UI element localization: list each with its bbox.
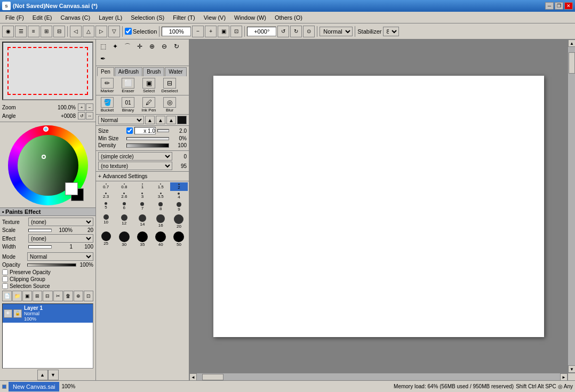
blend-mode-dropdown[interactable]: Normal <box>320 27 353 36</box>
brush-0.8[interactable]: 0.8 <box>115 182 133 191</box>
brush-1.5[interactable]: 1.5 <box>152 182 170 191</box>
texture-select[interactable]: (none) <box>28 218 93 226</box>
h-scroll-track[interactable] <box>197 373 560 380</box>
preserve-opacity-checkbox[interactable] <box>2 269 8 275</box>
menu-layer[interactable]: Layer (L) <box>94 13 126 22</box>
effect-select[interactable]: (none) <box>28 234 93 243</box>
h-scrollbar[interactable]: ◄ ► <box>189 373 568 380</box>
layer-clipping[interactable]: ✂ <box>53 291 63 301</box>
zoom-plus[interactable]: + <box>78 103 85 111</box>
size-slider[interactable] <box>157 129 169 132</box>
toolbar-btn-4[interactable]: ⊞ <box>41 26 52 37</box>
brush-20[interactable]: 20 <box>170 213 188 230</box>
brush-3.5[interactable]: 3.5 <box>152 191 170 201</box>
title-buttons[interactable]: ─ ❐ ✕ <box>545 2 573 10</box>
brush-9[interactable]: 9 <box>170 201 188 213</box>
tab-pen[interactable]: Pen <box>97 67 114 76</box>
tool-rotate[interactable]: ↻ <box>171 41 182 52</box>
zoom-minus[interactable]: − <box>86 103 93 111</box>
shape-btn-1[interactable]: ▲ <box>145 116 155 124</box>
rotation-input[interactable] <box>247 27 276 36</box>
menu-canvas[interactable]: Canvas (C) <box>57 13 95 22</box>
subtool-bucket[interactable]: 🪣 Bucket <box>97 97 117 113</box>
brush-10[interactable]: 10 <box>97 213 115 230</box>
toolbar-btn-1[interactable]: ◉ <box>2 26 14 37</box>
subtool-blur[interactable]: ◎ Blur <box>159 97 180 113</box>
rotate-cw[interactable]: ↻ <box>290 26 302 37</box>
status-tab[interactable]: New Canvas.sai <box>9 382 59 391</box>
brush-0.7[interactable]: 0.7 <box>97 182 115 191</box>
canvas-area[interactable]: ▲ ▼ ◄ ► <box>189 39 575 380</box>
brush-7[interactable]: 7 <box>133 201 151 213</box>
tool-move[interactable]: ✛ <box>134 41 146 52</box>
toolbar-btn-2[interactable]: ☰ <box>15 26 27 37</box>
layer-settings-btn[interactable]: ⊞ <box>33 291 42 301</box>
brush-50[interactable]: 50 <box>170 230 188 248</box>
zoom-actual[interactable]: ⊡ <box>230 26 242 37</box>
brush-16[interactable]: 16 <box>152 213 170 230</box>
layer-lock-toggle[interactable]: 🔓 <box>13 309 22 318</box>
brush-3[interactable]: 3 <box>133 191 151 201</box>
stabilizer-dropdown[interactable]: 8 <box>383 27 399 36</box>
subtool-select[interactable]: ▣ Select <box>139 77 159 94</box>
close-button[interactable]: ✕ <box>564 2 573 10</box>
tool-zoom-out[interactable]: ⊖ <box>158 41 170 52</box>
brush-1[interactable]: 1 <box>133 182 151 191</box>
brush-8[interactable]: 8 <box>152 201 170 213</box>
menu-edit[interactable]: Edit (E) <box>28 13 57 22</box>
layer-copy[interactable]: ⊕ <box>74 291 83 301</box>
new-layer-btn[interactable]: 📄 <box>2 291 12 301</box>
shape-btn-3[interactable]: ▲ <box>166 116 176 124</box>
color-wheel-container[interactable] <box>8 125 88 205</box>
layer-scroll-up[interactable]: ▲ <box>37 370 48 380</box>
rotate-reset[interactable]: ⊙ <box>303 26 315 37</box>
scroll-up-btn[interactable]: ▲ <box>568 39 575 47</box>
v-scrollbar[interactable]: ▲ ▼ <box>568 39 575 373</box>
white-canvas[interactable] <box>213 76 544 337</box>
brush-30[interactable]: 30 <box>115 230 133 248</box>
brush-2[interactable]: 2 <box>170 182 188 191</box>
zoom-fit[interactable]: ▣ <box>218 26 229 37</box>
tool-lasso[interactable]: ⌒ <box>122 41 133 52</box>
scale-slider[interactable] <box>28 229 52 232</box>
toolbar-btn-8[interactable]: ▷ <box>95 26 107 37</box>
subtool-marker[interactable]: ✏ Marker <box>97 77 117 94</box>
brush-5[interactable]: 5 <box>97 201 115 213</box>
subtool-eraser[interactable]: ⬜ Eraser <box>118 77 138 94</box>
zoom-decrease[interactable]: − <box>192 26 204 37</box>
shape-btn-2[interactable]: ▲ <box>156 116 165 124</box>
brush-4[interactable]: 4 <box>170 191 188 201</box>
angle-flip[interactable]: ↔ <box>86 112 93 119</box>
menu-selection[interactable]: Selection (S) <box>126 13 169 22</box>
shape-btn-4[interactable] <box>177 116 187 124</box>
menu-file[interactable]: File (F) <box>1 13 28 22</box>
size-min-input[interactable] <box>134 127 156 134</box>
subtool-inkpen[interactable]: 🖊 Ink Pen <box>139 97 159 113</box>
brush-2.3[interactable]: 2.3 <box>97 191 115 201</box>
layer-extra[interactable]: ⊡ <box>84 291 93 301</box>
scroll-left-btn[interactable]: ◄ <box>189 373 197 380</box>
min-size-slider[interactable] <box>126 137 169 140</box>
opacity-slider[interactable] <box>27 263 76 267</box>
tool-rect-select[interactable]: ⬚ <box>97 41 109 52</box>
width-slider[interactable] <box>28 245 52 249</box>
toolbar-btn-9[interactable]: ▽ <box>108 26 120 37</box>
brush-12[interactable]: 12 <box>115 213 133 230</box>
toolbar-btn-5[interactable]: ⊟ <box>53 26 65 37</box>
menu-window[interactable]: Window (W) <box>230 13 270 22</box>
brush-shape-select[interactable]: (simple circle) <box>98 152 172 161</box>
brush-texture-select[interactable]: (no texture) <box>98 162 172 170</box>
zoom-increase[interactable]: + <box>205 26 217 37</box>
v-scroll-thumb[interactable] <box>569 52 575 74</box>
v-scroll-track[interactable] <box>568 47 575 365</box>
tab-water[interactable]: Water <box>165 67 186 76</box>
new-group-btn[interactable]: ▣ <box>22 291 32 301</box>
density-slider[interactable] <box>126 143 169 148</box>
clipping-group-checkbox[interactable] <box>2 276 8 282</box>
size-checkbox[interactable] <box>126 127 133 134</box>
angle-reset[interactable]: ↺ <box>78 112 85 119</box>
adv-settings-header[interactable]: + Advanced Settings <box>98 173 187 180</box>
brush-2.6[interactable]: 2.6 <box>115 191 133 201</box>
zoom-input[interactable] <box>162 27 191 36</box>
tool-eyedropper[interactable]: ✒ <box>97 53 109 65</box>
